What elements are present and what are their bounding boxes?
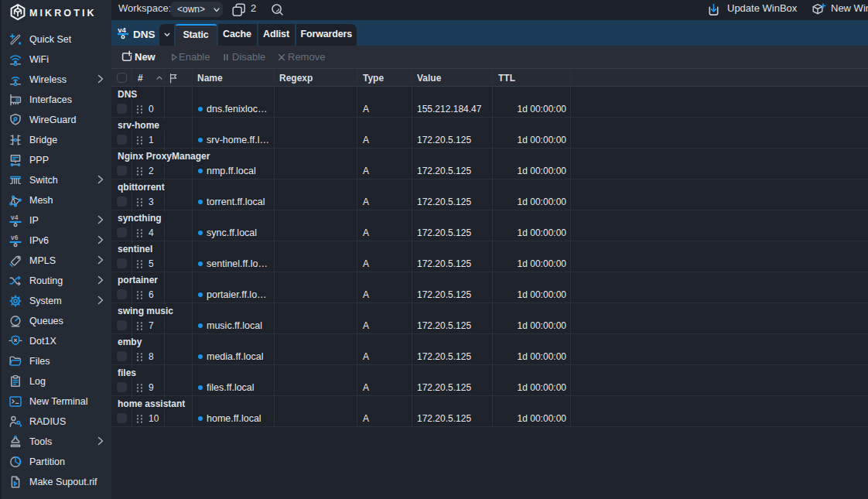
- svg-text:v4: v4: [11, 214, 19, 221]
- svg-text:v6: v6: [11, 234, 19, 241]
- svg-text:v4: v4: [118, 26, 126, 34]
